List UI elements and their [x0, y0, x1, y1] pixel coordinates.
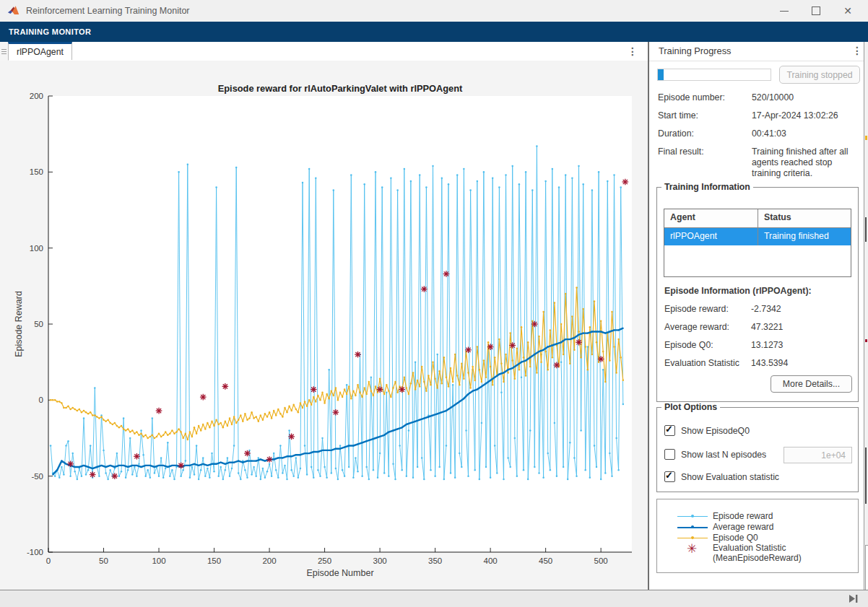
- training-chart: 050100150200250300350400450500-100-50050…: [0, 61, 648, 590]
- figure-document: 050100150200250300350400450500-100-50050…: [0, 61, 648, 590]
- window-controls: ✕: [768, 0, 864, 22]
- svg-text:50: 50: [99, 556, 108, 565]
- training-stopped-button[interactable]: Training stopped: [779, 66, 860, 84]
- training-information-title: Training Information: [661, 182, 753, 192]
- ribbon-tab-training-monitor[interactable]: TRAINING MONITOR: [0, 27, 91, 36]
- toolstrip-ribbon: TRAINING MONITOR: [0, 22, 868, 42]
- legend-marker-icon: [691, 536, 694, 539]
- chart-legend: Episode reward Average reward Episode Q0…: [656, 499, 859, 573]
- start-time-value: 17-Apr-2024 13:02:26: [752, 110, 862, 121]
- svg-text:150: 150: [207, 556, 221, 565]
- start-time-label: Start time:: [658, 110, 698, 121]
- episode-q0-label: Episode Q0:: [664, 340, 713, 350]
- horizontal-scroll-strip[interactable]: [0, 590, 868, 607]
- svg-text:200: 200: [30, 92, 43, 100]
- skip-to-end-icon[interactable]: [848, 594, 859, 603]
- agent-column-header: Agent: [664, 209, 758, 227]
- show-evaluation-statistic-label: Show Evaluation statistic: [681, 472, 779, 482]
- panel-header: Training Progress ⋮: [649, 42, 864, 61]
- final-result-value: Training finished after all agents reach…: [752, 147, 862, 179]
- episode-reward-value: -2.7342: [751, 304, 781, 314]
- training-progress-bar: [657, 69, 771, 81]
- svg-text:200: 200: [262, 556, 276, 565]
- svg-text:450: 450: [539, 556, 552, 565]
- agent-status-table: Agent Status rlPPOAgent Training finishe…: [664, 209, 851, 277]
- legend-marker-icon: [691, 515, 694, 518]
- episode-number-value: 520/10000: [752, 92, 862, 103]
- duration-label: Duration:: [658, 128, 694, 139]
- episode-q0-value: 13.1273: [751, 340, 783, 350]
- tab-rlppoagent[interactable]: rlPPOAgent: [8, 42, 72, 60]
- matlab-logo-icon: [7, 5, 20, 17]
- last-n-episodes-input[interactable]: [784, 447, 852, 463]
- plot-options-title: Plot Options: [661, 402, 720, 412]
- evaluation-statistic-label: Evaluation Statistic: [664, 358, 739, 368]
- svg-text:100: 100: [152, 556, 165, 565]
- progress-fill: [658, 69, 664, 80]
- show-episodeq0-label: Show EpisodeQ0: [681, 426, 750, 436]
- checkbox-icon: [664, 425, 675, 436]
- minimize-icon: [780, 11, 789, 12]
- status-column-header: Status: [758, 209, 851, 227]
- legend-label-line1: Evaluation Statistic: [713, 543, 786, 554]
- table-header-row: Agent Status: [664, 209, 851, 228]
- training-progress-panel: Training Progress ⋮ Training stopped Epi…: [649, 42, 864, 590]
- average-reward-value: 47.3221: [751, 322, 783, 332]
- svg-text:250: 250: [318, 556, 331, 565]
- final-result-label: Final result:: [658, 147, 704, 157]
- show-last-n-episodes-checkbox[interactable]: Show last N episodes: [664, 449, 766, 460]
- maximize-icon: [812, 6, 820, 15]
- episode-number-label: Episode number:: [658, 92, 725, 102]
- window-title: Reinforcement Learning Training Monitor: [26, 6, 190, 16]
- svg-text:350: 350: [428, 556, 442, 565]
- legend-entry-average-reward: Average reward: [657, 522, 858, 533]
- svg-text:150: 150: [30, 167, 43, 176]
- title-bar: Reinforcement Learning Training Monitor …: [0, 0, 868, 22]
- svg-text:400: 400: [484, 556, 498, 565]
- asterisk-marker-icon: ✳: [687, 546, 697, 553]
- show-last-n-episodes-label: Show last N episodes: [681, 450, 766, 460]
- clipped-next-panel-sliver: [864, 42, 868, 590]
- training-information-group: Training Information Agent Status rlPPOA…: [656, 187, 859, 402]
- panel-menu-icon[interactable]: ⋮: [851, 44, 863, 57]
- svg-text:500: 500: [594, 556, 608, 565]
- svg-text:-50: -50: [31, 472, 43, 481]
- duration-value: 00:41:03: [752, 128, 862, 139]
- episode-reward-label: Episode reward:: [664, 304, 729, 314]
- svg-text:0: 0: [39, 396, 43, 404]
- close-button[interactable]: ✕: [832, 0, 864, 22]
- table-row[interactable]: rlPPOAgent Training finished: [664, 228, 851, 245]
- legend-marker-icon: [691, 525, 694, 528]
- tab-label: rlPPOAgent: [17, 47, 64, 57]
- agent-cell: rlPPOAgent: [664, 228, 758, 245]
- document-tab-strip: rlPPOAgent ⋮: [0, 42, 648, 61]
- average-reward-label: Average reward:: [664, 322, 729, 332]
- maximize-button[interactable]: [800, 0, 832, 22]
- show-evaluation-statistic-checkbox[interactable]: Show Evaluation statistic: [664, 471, 779, 482]
- episode-information-title: Episode Information (rlPPOAgent):: [664, 286, 812, 296]
- svg-text:Episode reward for rlAutoParki: Episode reward for rlAutoParkingValet wi…: [218, 83, 463, 94]
- more-details-button[interactable]: More Details...: [771, 375, 852, 393]
- show-episodeq0-checkbox[interactable]: Show EpisodeQ0: [664, 425, 750, 436]
- panel-title: Training Progress: [659, 45, 732, 56]
- legend-label-line2: (MeanEpisodeReward): [713, 553, 802, 564]
- status-cell: Training finished: [758, 228, 851, 245]
- minimize-button[interactable]: [768, 0, 800, 22]
- svg-text:Episode Number: Episode Number: [306, 568, 373, 578]
- svg-text:Episode Reward: Episode Reward: [14, 291, 24, 357]
- svg-text:-100: -100: [27, 548, 43, 556]
- legend-entry-episode-reward: Episode reward: [657, 511, 858, 522]
- tab-overflow-menu-icon[interactable]: ⋮: [627, 45, 638, 58]
- checkbox-icon: [664, 449, 675, 460]
- close-icon: ✕: [843, 6, 852, 16]
- app-window: { "window": { "title": "Reinforcement Le…: [0, 0, 868, 607]
- checkbox-icon: [664, 471, 675, 482]
- svg-text:50: 50: [34, 320, 43, 328]
- evaluation-statistic-value: 143.5394: [751, 358, 788, 368]
- svg-text:300: 300: [373, 556, 386, 565]
- legend-entry-evaluation-statistic: ✳ Evaluation Statistic (MeanEpisodeRewar…: [657, 543, 858, 564]
- svg-text:100: 100: [30, 244, 43, 253]
- svg-text:0: 0: [46, 556, 51, 565]
- plot-options-group: Plot Options Show EpisodeQ0 Show last N …: [656, 407, 859, 492]
